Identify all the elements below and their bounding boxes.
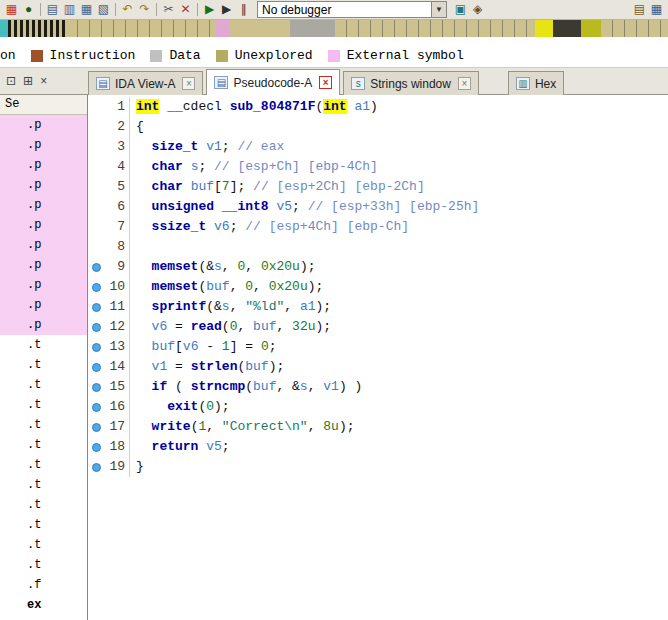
address-dot[interactable] (92, 343, 101, 352)
code-line[interactable]: 8 (88, 237, 668, 257)
code-token[interactable] (136, 419, 152, 434)
code-token[interactable]: ] = (230, 339, 261, 354)
code-token[interactable]: v6 (183, 339, 199, 354)
code-token[interactable] (136, 399, 167, 414)
code-token[interactable]: [ (214, 179, 222, 194)
code-token[interactable]: // eax (237, 139, 284, 154)
segment-list-item[interactable]: .t (0, 455, 87, 475)
code-line[interactable]: 11 sprintf(&s, "%ld", a1); (88, 297, 668, 317)
address-dot[interactable] (92, 283, 101, 292)
segment-list-item[interactable]: .p (0, 195, 87, 215)
code-token[interactable] (136, 159, 152, 174)
code-token[interactable]: ; (198, 159, 214, 174)
segment-list-item[interactable]: .p (0, 115, 87, 135)
ida-view-icon[interactable]: ▤ (44, 1, 61, 18)
code-token[interactable]: write (152, 419, 191, 434)
scripts-icon[interactable]: ◈ (469, 1, 486, 18)
tab-strings[interactable]: sStrings window× (343, 71, 479, 95)
debugger-windows-icon[interactable]: ▣ (452, 1, 469, 18)
code-token[interactable] (136, 299, 152, 314)
code-token[interactable]: 0 (245, 279, 253, 294)
code-token[interactable]: ( (167, 379, 190, 394)
code-token[interactable]: "%ld" (245, 299, 284, 314)
code-token[interactable]: size_t (152, 139, 199, 154)
tab-ida-view[interactable]: ▤IDA View-A× (88, 71, 203, 95)
hex-view-icon[interactable]: ▥ (61, 1, 78, 18)
code-token[interactable]: s (214, 259, 222, 274)
code-token[interactable]: ); (214, 399, 230, 414)
code-token[interactable]: strlen (191, 359, 238, 374)
code-token[interactable]: , (230, 279, 246, 294)
code-token[interactable]: buf (191, 179, 214, 194)
code-token[interactable]: ); (315, 299, 331, 314)
segment-list-item[interactable]: .t (0, 495, 87, 515)
code-token[interactable] (136, 339, 152, 354)
cut-icon[interactable]: ✂ (160, 1, 177, 18)
navband-segment[interactable] (230, 20, 290, 37)
segments-panel-header[interactable]: Se (0, 95, 87, 115)
code-token[interactable] (136, 259, 152, 274)
address-dot[interactable] (92, 383, 101, 392)
code-token[interactable]: char (152, 159, 183, 174)
code-token[interactable]: exit (167, 399, 198, 414)
navband-segment[interactable] (66, 20, 216, 37)
segment-list-item[interactable]: ex (0, 595, 87, 615)
code-token[interactable]: ; (292, 199, 308, 214)
code-line[interactable]: 14 v1 = strlen(buf); (88, 357, 668, 377)
code-token[interactable] (136, 219, 152, 234)
code-token[interactable]: __cdecl (159, 99, 229, 114)
navband-segment[interactable] (335, 20, 535, 37)
code-line[interactable]: 10 memset(buf, 0, 0x20u); (88, 277, 668, 297)
code-token[interactable] (183, 159, 191, 174)
code-line[interactable]: 18 return v5; (88, 437, 668, 457)
segment-list-item[interactable]: .t (0, 555, 87, 575)
code-token[interactable]: // [esp+4Ch] [ebp-Ch] (245, 219, 409, 234)
debugger-selector-value[interactable]: No debugger (258, 3, 431, 17)
segment-list-item[interactable]: .p (0, 255, 87, 275)
navband-segment[interactable] (581, 20, 601, 37)
code-token[interactable]: int (323, 99, 346, 114)
code-token[interactable]: 0 (206, 399, 214, 414)
jump-forward-icon[interactable]: ↷ (136, 1, 153, 18)
code-token[interactable]: 32u (292, 319, 315, 334)
start-process-icon[interactable]: ▶ (201, 1, 218, 18)
code-token[interactable]: 1 (222, 339, 230, 354)
navband-segment[interactable] (553, 20, 581, 37)
segment-list-item[interactable]: .p (0, 175, 87, 195)
code-line[interactable]: 7 ssize_t v6; // [esp+4Ch] [ebp-Ch] (88, 217, 668, 237)
jump-back-icon[interactable]: ↶ (119, 1, 136, 18)
address-dot[interactable] (92, 363, 101, 372)
code-token[interactable]: ); (269, 359, 285, 374)
code-token[interactable]: memset (152, 279, 199, 294)
code-token[interactable]: , (308, 419, 324, 434)
code-token[interactable]: , (253, 279, 269, 294)
code-token[interactable]: } (136, 459, 144, 474)
code-token[interactable]: ); (316, 319, 332, 334)
code-line[interactable]: 15 if ( strncmp(buf, &s, v1) ) (88, 377, 668, 397)
address-dot[interactable] (92, 303, 101, 312)
open-file-icon[interactable]: ▦ (3, 1, 20, 18)
code-token[interactable]: buf (245, 359, 268, 374)
code-token[interactable]: { (136, 119, 144, 134)
code-token[interactable] (183, 179, 191, 194)
tab-close-icon[interactable]: × (319, 76, 332, 89)
segment-list-item[interactable]: .t (0, 515, 87, 535)
code-token[interactable]: memset (152, 259, 199, 274)
code-token[interactable]: v6 (214, 219, 230, 234)
code-token[interactable]: v6 (152, 319, 168, 334)
tab-pseudocode[interactable]: ▤Pseudocode-A× (206, 69, 340, 95)
code-token[interactable] (136, 439, 152, 454)
code-token[interactable]: // [esp+33h] [ebp-25h] (308, 199, 480, 214)
code-token[interactable] (136, 279, 152, 294)
code-token[interactable]: , (206, 419, 222, 434)
tab-close-icon[interactable]: × (182, 77, 195, 90)
code-token[interactable]: , (245, 259, 261, 274)
code-token[interactable]: a1 (354, 99, 370, 114)
code-token[interactable]: if (152, 379, 168, 394)
code-token[interactable]: 0x20u (269, 279, 308, 294)
address-dot[interactable] (92, 403, 101, 412)
code-token[interactable] (206, 219, 214, 234)
segment-list-item[interactable]: .t (0, 335, 87, 355)
segment-list-item[interactable]: .p (0, 295, 87, 315)
code-token[interactable]: "Correct\n" (222, 419, 308, 434)
